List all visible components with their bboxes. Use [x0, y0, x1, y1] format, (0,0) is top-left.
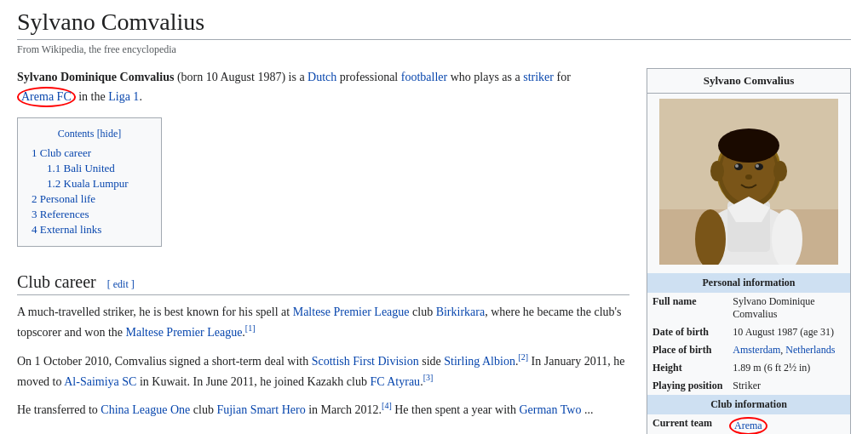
china-league-one-link[interactable]: China League One — [101, 403, 190, 416]
height-label: Height — [647, 359, 727, 377]
pob-label: Place of birth — [647, 341, 727, 359]
maltese-premier-league-link-2[interactable]: Maltese Premier League — [126, 326, 243, 339]
height-row: Height 1.89 m (6 ft 2½ in) — [647, 359, 850, 377]
netherlands-link[interactable]: Netherlands — [785, 344, 835, 356]
subject-photo — [659, 99, 838, 265]
from-wikipedia-text: From Wikipedia, the free encyclopedia — [17, 43, 851, 56]
toc-item-3: 3 References — [32, 207, 147, 222]
pob-value: Amsterdam, Netherlands — [727, 341, 850, 359]
german-two-link[interactable]: German Two — [519, 403, 581, 416]
subject-bold-name: Sylvano Dominique Comvalius — [17, 71, 174, 83]
height-value: 1.89 m (6 ft 2½ in) — [727, 359, 850, 377]
club-info-header: Club information — [647, 395, 850, 414]
club-career-edit-link[interactable]: [ edit ] — [107, 278, 135, 290]
stirling-albion-link[interactable]: Stirling Albion — [444, 354, 515, 367]
toc-title: Contents [hide] — [32, 127, 147, 140]
toc-box: Contents [hide] 1 Club career 1.1 Bali U… — [17, 117, 162, 247]
toc-link-personal-life[interactable]: 2 Personal life — [32, 192, 95, 205]
maltese-premier-league-link[interactable]: Maltese Premier League — [293, 306, 410, 318]
infobox-image — [647, 94, 850, 273]
toc-item-1-2: 1.2 Kuala Lumpur — [32, 176, 147, 191]
personal-info-header: Personal information — [647, 273, 850, 293]
cite-1[interactable]: [1] — [245, 323, 256, 333]
current-team-row: Current team Arema — [647, 414, 850, 434]
body-para-1: A much-travelled striker, he is best kno… — [17, 302, 629, 342]
body-para-3: He transferred to China League One club … — [17, 399, 629, 420]
toc-link-references[interactable]: 3 References — [32, 208, 89, 220]
toc-list: 1 Club career 1.1 Bali United 1.2 Kuala … — [32, 146, 147, 237]
toc-link-external-links[interactable]: 4 External links — [32, 223, 101, 236]
current-team-value: Arema — [724, 414, 850, 434]
arema-team-link[interactable]: Arema — [734, 420, 762, 431]
scottish-first-division-link[interactable]: Scottish First Division — [312, 354, 419, 367]
svg-point-9 — [735, 164, 739, 168]
amsterdam-link[interactable]: Amsterdam — [733, 344, 780, 356]
striker-link[interactable]: striker — [523, 71, 554, 83]
arema-fc-link[interactable]: Arema FC — [21, 90, 72, 103]
toc-item-1: 1 Club career — [32, 146, 147, 161]
toc-link-kuala-lumpur[interactable]: 1.2 Kuala Lumpur — [47, 177, 129, 190]
svg-point-12 — [710, 161, 724, 181]
birkirkara-link[interactable]: Birkirkara — [436, 306, 486, 318]
cite-4[interactable]: [4] — [382, 401, 392, 410]
infobox: Sylvano Comvalius — [647, 68, 851, 434]
position-value: Striker — [727, 377, 850, 395]
dob-value: 10 August 1987 (age 31) — [727, 323, 850, 341]
toc-item-2: 2 Personal life — [32, 191, 147, 207]
toc-link-club-career[interactable]: 1 Club career — [32, 146, 91, 159]
cite-3[interactable]: [3] — [423, 373, 434, 382]
dob-label: Date of birth — [647, 323, 727, 341]
dutch-link[interactable]: Dutch — [308, 71, 336, 83]
svg-point-11 — [745, 174, 752, 180]
subject-photo-svg — [659, 99, 838, 265]
fujian-smart-hero-link[interactable]: Fujian Smart Hero — [216, 403, 305, 416]
full-name-value: Sylvano Dominique Comvalius — [727, 293, 850, 323]
current-team-label: Current team — [647, 414, 724, 434]
al-saimiya-link[interactable]: Al-Saimiya SC — [64, 374, 136, 387]
toc-hide-button[interactable]: [hide] — [97, 128, 122, 140]
infobox-personal-table: Full name Sylvano Dominique Comvalius Da… — [647, 293, 850, 395]
pob-row: Place of birth Amsterdam, Netherlands — [647, 341, 850, 359]
position-label: Playing position — [647, 377, 727, 395]
full-name-label: Full name — [647, 293, 727, 323]
cite-2[interactable]: [2] — [518, 352, 528, 362]
toc-item-4: 4 External links — [32, 222, 147, 237]
svg-point-14 — [718, 128, 779, 163]
svg-point-13 — [773, 161, 787, 181]
page-title: Sylvano Comvalius — [17, 9, 851, 40]
svg-point-10 — [756, 164, 759, 168]
fc-atyrau-link[interactable]: FC Atyrau — [370, 374, 420, 387]
toc-item-1-1: 1.1 Bali United — [32, 161, 147, 176]
body-para-2: On 1 October 2010, Comvalius signed a sh… — [17, 351, 629, 391]
toc-link-bali-united[interactable]: 1.1 Bali United — [47, 162, 115, 174]
intro-paragraph: Sylvano Dominique Comvalius (born 10 Aug… — [17, 68, 629, 107]
full-name-row: Full name Sylvano Dominique Comvalius — [647, 293, 850, 323]
position-row: Playing position Striker — [647, 377, 850, 395]
club-career-heading: Club career [ edit ] — [17, 272, 629, 295]
infobox-title: Sylvano Comvalius — [647, 69, 850, 94]
infobox-club-table: Current team Arema Number 9 — [647, 414, 850, 434]
footballer-link[interactable]: footballer — [401, 71, 447, 83]
dob-row: Date of birth 10 August 1987 (age 31) — [647, 323, 850, 341]
liga1-link[interactable]: Liga 1 — [108, 90, 139, 103]
